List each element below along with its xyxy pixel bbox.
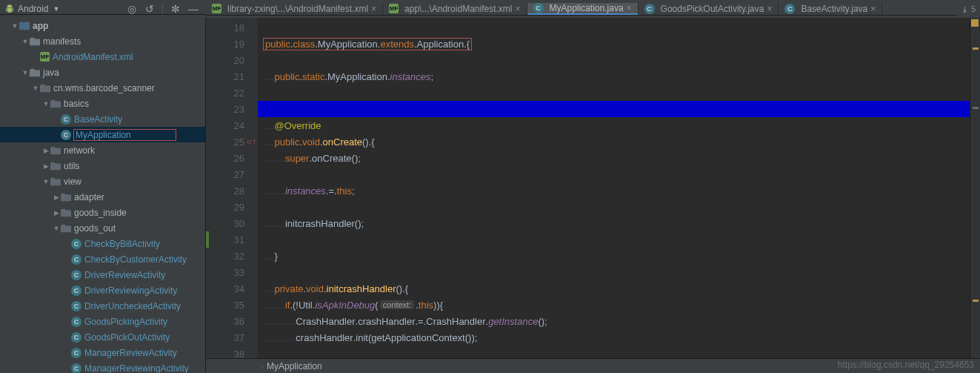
code-line[interactable]: public.class.MyApplication.extends.Appli… [258,36,970,52]
tree-item[interactable]: CMyApplication [0,127,205,142]
line-number[interactable]: 22 [206,85,258,101]
line-number[interactable]: 27 [206,166,258,182]
close-tab-icon[interactable]: × [627,3,632,13]
warning-mark[interactable] [973,47,979,50]
code-line[interactable]: ........initcrashHandler(); [258,215,970,231]
tree-item[interactable]: ▼goods_out [0,220,205,236]
code-line[interactable]: ....public.static.MyApplication.instance… [258,68,970,85]
close-tab-icon[interactable]: × [371,4,376,14]
code-line[interactable]: ........super.onCreate(); [258,150,970,166]
tree-item[interactable]: CManagerReviewingActivity [0,360,205,373]
tree-item[interactable]: ▼java [0,65,205,80]
tree-item[interactable]: MFAndroidManifest.xml [0,49,205,65]
line-number[interactable]: 33 [206,264,258,280]
line-number[interactable]: 19 [206,36,258,52]
code-line[interactable]: ....} [258,248,970,264]
tree-item[interactable]: CCheckByBillActivity [0,236,205,251]
tree-expand-icon[interactable]: ▼ [31,85,40,92]
tree-expand-icon[interactable]: ▼ [52,225,61,232]
tree-item[interactable]: CManagerReviewActivity [0,345,205,360]
tree-item[interactable]: ▶goods_inside [0,205,205,220]
editor-tab[interactable]: MFapp\...\AndroidManifest.xml× [383,3,527,15]
line-number[interactable]: 28 [206,182,258,199]
code-line[interactable]: ............CrashHandler.crashHandler.=.… [258,313,970,329]
tree-expand-icon[interactable]: ▼ [21,69,30,76]
close-tab-icon[interactable]: × [767,4,772,14]
code-line[interactable]: ....public.void.onCreate().{ [258,133,970,150]
tree-expand-icon[interactable]: ▶ [52,194,61,201]
line-number[interactable]: 35 [206,297,258,313]
override-marker-icon[interactable]: ○↑ [247,136,256,147]
line-number[interactable]: 30 [206,215,258,231]
warning-mark[interactable] [973,300,979,302]
code-line[interactable]: ........instances.=.this; [258,182,970,199]
tree-item[interactable]: CGoodsPickOutActivity [0,329,205,345]
close-tab-icon[interactable]: × [870,4,876,14]
line-number[interactable]: 20 [206,52,258,68]
line-number[interactable]: 32 [206,248,258,264]
gear-icon[interactable]: ✼ [170,4,181,14]
line-number[interactable]: 34 [206,280,258,297]
code-line[interactable] [258,231,970,248]
analysis-status-icon[interactable] [971,19,979,27]
tree-expand-icon[interactable]: ▼ [41,178,50,185]
project-tree[interactable]: ▼app▼manifestsMFAndroidManifest.xml▼java… [0,18,206,373]
line-number[interactable]: 26 [206,150,258,166]
line-number[interactable]: 36 [206,313,258,329]
line-number[interactable]: 24 [206,117,258,133]
tree-item[interactable]: CGoodsPickingActivity [0,314,205,329]
tree-expand-icon[interactable]: ▶ [41,147,50,154]
line-number[interactable]: 18 [206,19,258,36]
code-line[interactable]: ........if.(!Util.isApkInDebug(context:.… [258,297,970,313]
tree-item[interactable]: ▼app [0,18,205,33]
tree-expand-icon[interactable]: ▼ [10,22,19,30]
editor-tab[interactable]: CGoodsPickOutActivity.java× [639,3,779,15]
error-stripe[interactable] [970,18,980,358]
refresh-icon[interactable]: ↺ [144,4,155,14]
tool-window-header[interactable]: Android ▼ ◎ ↺ ✼ — [0,4,206,15]
tree-item[interactable]: CBaseActivity [0,111,205,127]
tree-item[interactable]: CDriverReviewingActivity [0,283,205,298]
line-number[interactable]: 25○↑ [206,133,258,150]
close-tab-icon[interactable]: × [515,4,520,14]
breadcrumb-item[interactable]: MyApplication [267,361,322,372]
code-line[interactable]: ............crashHandler.init(getApplica… [258,329,970,346]
tree-expand-icon[interactable]: ▶ [52,209,61,217]
editor-tab[interactable]: CBaseActivity.java× [779,3,882,15]
code-line[interactable] [258,166,970,182]
tree-item[interactable]: ▼view [0,174,205,189]
editor-tab[interactable]: MFlibrary-zxing\...\AndroidManifest.xml× [206,3,383,15]
line-number[interactable]: 38 [206,346,258,358]
line-number[interactable]: 29 [206,199,258,215]
tree-item[interactable]: CDriverUncheckedActivity [0,298,205,314]
code-line[interactable] [258,52,970,68]
tree-item[interactable]: ▼cn.wms.barcode_scanner [0,80,205,96]
editor-tab[interactable]: CMyApplication.java× [527,3,639,15]
more-tabs-indicator[interactable]: ⇥ 5 [957,4,980,14]
line-number[interactable]: 37 [206,329,258,346]
tree-expand-icon[interactable]: ▼ [21,38,30,45]
code-line[interactable] [258,199,970,215]
tree-item[interactable]: ▶adapter [0,189,205,205]
tree-item[interactable]: ▶network [0,142,205,158]
code-line[interactable] [258,85,970,101]
code-editor[interactable]: 1819202122232425○↑2627282930313233343536… [206,18,980,373]
line-number[interactable]: 23 [206,101,258,117]
line-gutter[interactable]: 1819202122232425○↑2627282930313233343536… [206,18,258,358]
tree-item[interactable]: ▶utils [0,158,205,174]
line-number[interactable]: 31 [206,231,258,248]
code-line[interactable]: ....@Override [258,117,970,133]
code-line[interactable]: ....private.void.initcrashHandler().{ [258,280,970,297]
collapse-icon[interactable]: — [188,4,199,14]
code-line[interactable] [258,19,970,36]
code-line[interactable] [258,264,970,280]
target-icon[interactable]: ◎ [127,4,137,14]
code-line[interactable] [258,101,970,117]
tree-item[interactable]: ▼basics [0,96,205,111]
line-number[interactable]: 21 [206,68,258,85]
tree-expand-icon[interactable]: ▶ [41,162,50,170]
tree-item[interactable]: CDriverReviewActivity [0,267,205,283]
tree-expand-icon[interactable]: ▼ [41,100,50,108]
code-area[interactable]: public.class.MyApplication.extends.Appli… [258,18,970,358]
tree-item[interactable]: ▼manifests [0,33,205,49]
